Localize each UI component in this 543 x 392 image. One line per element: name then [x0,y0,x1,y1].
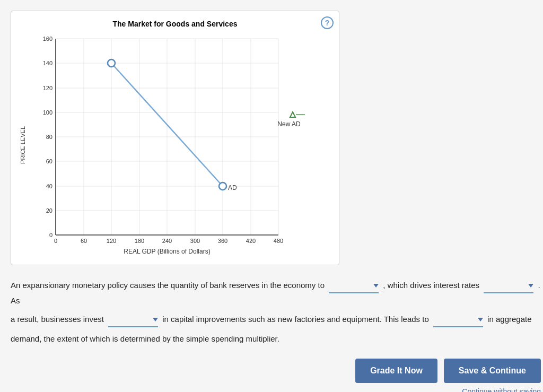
button-section: Grade It Now Save & Continue Continue wi… [11,359,541,392]
dropdown-2[interactable] [484,279,533,293]
dropdown-1[interactable] [329,279,379,293]
dropdown-2-arrow [528,284,533,288]
dropdown-2-text [484,279,526,292]
dropdown-3-arrow [153,318,158,321]
save-continue-button[interactable]: Save & Continue [444,359,541,383]
svg-text:300: 300 [190,238,200,244]
x-axis-label: REAL GDP (Billions of Dollars) [124,248,210,255]
new-ad-triangle [290,112,295,117]
x-tick-labels: 0 60 120 180 240 300 360 420 480 [54,238,283,244]
text-part-1: An expansionary monetary policy causes t… [11,281,325,290]
dropdown-4[interactable] [433,313,483,327]
svg-text:120: 120 [107,238,116,244]
dropdown-4-arrow [478,318,483,321]
point-2[interactable] [219,182,226,190]
svg-text:480: 480 [274,238,283,244]
svg-text:120: 120 [43,85,52,91]
dropdown-1-arrow [373,284,379,288]
text-part-5: in capital improvements such as new fact… [162,315,429,324]
text-part-7: demand, the extent of which is determine… [11,334,279,343]
y-axis-label: PRICE LEVEL [20,126,26,164]
svg-text:240: 240 [162,238,172,244]
svg-text:180: 180 [135,238,144,244]
svg-text:80: 80 [46,134,52,140]
dropdown-3[interactable] [108,313,158,327]
text-part-6: in aggregate [487,315,531,324]
continue-without-saving-button[interactable]: Continue without saving [462,387,541,392]
svg-text:100: 100 [43,109,52,116]
chart-svg: 160 140 120 100 80 60 40 20 0 0 60 [29,33,326,256]
svg-text:20: 20 [46,207,52,214]
chart-title: The Market for Goods and Services [20,20,330,28]
svg-text:0: 0 [49,232,52,238]
svg-text:140: 140 [43,60,52,66]
svg-text:60: 60 [46,158,52,164]
chart-content: 160 140 120 100 80 60 40 20 0 0 60 [29,33,330,256]
dropdown-4-text [433,313,476,326]
svg-text:60: 60 [81,238,87,244]
dropdown-3-text [108,313,151,326]
text-section: An expansionary monetary policy causes t… [11,278,541,346]
y-tick-labels: 160 140 120 100 80 60 40 20 0 [43,36,52,238]
svg-text:160: 160 [43,36,52,42]
svg-text:0: 0 [54,238,57,244]
help-icon[interactable]: ? [321,16,334,29]
text-part-2: , which drives interest rates [383,281,479,290]
point-1[interactable] [108,59,115,67]
dropdown-1-text [329,279,371,292]
grade-it-now-button[interactable]: Grade It Now [355,359,437,383]
ad-label: AD [228,184,237,191]
svg-text:40: 40 [46,183,52,189]
svg-text:360: 360 [218,238,227,244]
chart-panel: ? The Market for Goods and Services PRIC… [11,11,339,265]
svg-text:420: 420 [246,238,256,244]
new-ad-label: New AD [277,120,301,128]
button-row: Grade It Now Save & Continue [355,359,541,383]
text-part-4: a result, businesses invest [11,315,104,324]
